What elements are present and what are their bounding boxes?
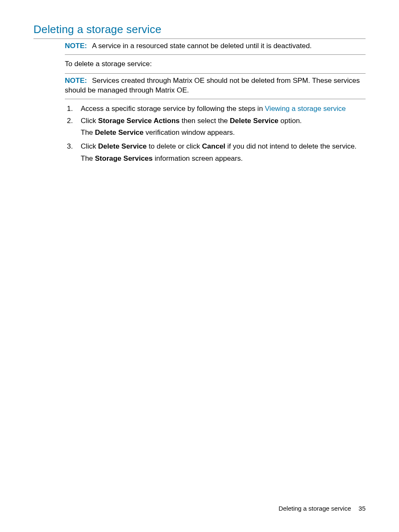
bold-text: Delete Service (230, 117, 279, 125)
note-text: Services created through Matrix OE shoul… (65, 77, 360, 94)
step-3: Click Delete Service to delete or click … (65, 142, 366, 164)
step-text: information screen appears. (153, 154, 243, 162)
section-heading: Deleting a storage service (33, 23, 366, 36)
step-2: Click Storage Service Actions then selec… (65, 116, 366, 138)
step-text: verification window appears. (143, 129, 235, 136)
step-followup: The Delete Service verification window a… (81, 128, 366, 138)
step-text: The (81, 129, 95, 136)
bold-text: Cancel (202, 142, 225, 150)
step-text: option. (279, 117, 302, 125)
footer-title: Deleting a storage service (279, 505, 351, 512)
step-1: Access a specific storage service by fol… (65, 104, 366, 114)
steps-list: Access a specific storage service by fol… (65, 104, 366, 164)
note-rule-2-bottom (65, 99, 366, 99)
step-text: The (81, 154, 95, 162)
note-label: NOTE: (65, 77, 87, 85)
bold-text: Storage Services (95, 154, 153, 162)
note-label: NOTE: (65, 42, 87, 50)
intro-text: To delete a storage service: (65, 55, 366, 73)
step-text: Click (81, 142, 98, 150)
bold-text: Delete Service (98, 142, 147, 150)
bold-text: Storage Service Actions (98, 117, 180, 125)
footer-page-number: 35 (358, 505, 366, 512)
note-text: A service in a resourced state cannot be… (92, 42, 312, 50)
viewing-storage-service-link[interactable]: Viewing a storage service (265, 105, 345, 113)
step-text: then select the (180, 117, 230, 125)
note-block-2: NOTE:Services created through Matrix OE … (65, 74, 366, 99)
page-footer: Deleting a storage service35 (279, 505, 366, 512)
step-text: Access a specific storage service by fol… (81, 105, 265, 113)
bold-text: Delete Service (95, 129, 143, 136)
step-text: if you did not intend to delete the serv… (225, 142, 357, 150)
step-text: to delete or click (147, 142, 202, 150)
step-text: Click (81, 117, 98, 125)
note-block-1: NOTE:A service in a resourced state cann… (65, 39, 366, 54)
step-followup: The Storage Services information screen … (81, 154, 366, 164)
